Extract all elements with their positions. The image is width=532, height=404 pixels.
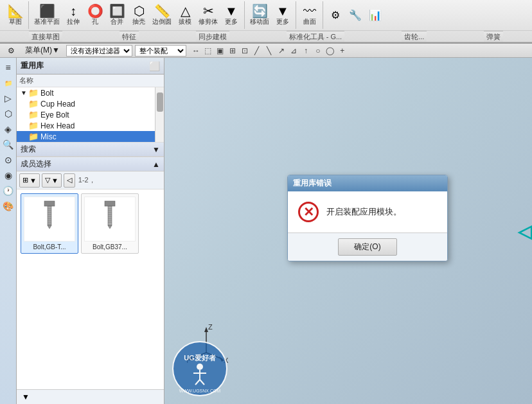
left-icon-4[interactable]: ⬡ [1,107,15,121]
view-btn4[interactable]: ╲ [263,45,275,57]
filter-btn[interactable]: ▽ ▼ [42,173,62,188]
tool2-button[interactable]: 🔧 [346,10,364,21]
dialog-ok-button[interactable]: 确定(O) [338,238,396,256]
view-btn6[interactable]: ⊿ [288,45,299,57]
gear-icon: ⚙ [331,10,340,21]
unite-button[interactable]: 🔲 合并 [107,3,127,28]
zoom-fit-btn[interactable]: ↔ [190,45,202,57]
tree-item-eyebolt[interactable]: 📁 Eye Bolt [17,109,155,120]
menubar: ⚙ 菜单(M)▼ 没有选择过滤器 整个装配 ↔ ⬚ ▣ ⊞ ⊡ ╱ ╲ ↗ ⊿ … [0,44,532,58]
section-names-row: 直接草图 特征 同步建模 标准化工具 - G... 齿轮... 弹簧 [0,31,532,42]
left-icon-2[interactable]: 📁 [1,76,15,90]
left-icon-6[interactable]: 🔍 [1,137,15,152]
edge-blend-button[interactable]: 📏 边倒圆 [150,3,173,28]
eyebolt-folder-icon: 📁 [28,110,39,119]
move-face-label: 移动面 [250,17,269,26]
gear-button[interactable]: ⚙ [326,10,344,21]
member-name-1: Bolt,GB-T... [33,243,66,250]
member-name-2: Bolt,GB37... [93,243,127,250]
dialog-error-icon: ✕ [298,202,319,222]
bottom-toolbar: ▼ [17,390,164,404]
move-face-button[interactable]: 🔄 移动面 [248,3,271,28]
sync-modeling-section: 🔄 移动面 ▼ 更多 [245,1,296,29]
left-icon-1[interactable]: ≡ [1,60,15,75]
left-icon-8[interactable]: ◉ [1,168,15,182]
tool3-icon: 📊 [369,10,382,21]
hole-button[interactable]: ⭕ 孔 [85,3,105,28]
svg-rect-1 [48,206,51,225]
tree-item-cuphead[interactable]: 📁 Cup Head [17,98,155,109]
more-sync-label: 更多 [276,17,289,26]
member-range-label: 1-2， [78,175,96,185]
datum-plane-label: 基准平面 [34,17,60,26]
viewport[interactable]: Z X Y ◁ 重用库错误 ✕ 开启装配应用模块。 [164,58,532,404]
section-name-sketch: 直接草图 [29,31,62,42]
settings-icon-btn[interactable]: ⚙ [3,44,20,57]
member-item-1[interactable]: Bolt,GB-T... [21,193,78,254]
more-feature-button[interactable]: ▼ 更多 [221,3,242,28]
view-btn8[interactable]: ○ [312,45,324,57]
left-icon-7[interactable]: ⊙ [1,153,15,167]
view-btn3[interactable]: ╱ [251,45,263,57]
menu-button[interactable]: 菜单(M)▼ [20,44,65,57]
left-icon-10[interactable]: 🎨 [1,199,15,213]
bolt-expand-icon: ▼ [21,89,27,96]
view-btn5[interactable]: ↗ [276,45,287,57]
trim-body-button[interactable]: ✂ 修剪体 [197,3,220,28]
sketch-icon: 📐 [8,4,24,17]
bolt-folder-icon: 📁 [28,88,39,98]
view-btn7[interactable]: ↑ [300,45,312,57]
panel-restore-btn[interactable]: ⬜ [149,61,160,71]
surface-button[interactable]: 〰 曲面 [299,3,320,28]
svg-rect-0 [44,201,55,206]
more-sync-button[interactable]: ▼ 更多 [272,3,293,28]
view-mode-btn[interactable]: ⊞ ▼ [19,173,40,188]
shell-button[interactable]: ⬡ 抽壳 [129,3,149,28]
filter-select[interactable]: 没有选择过滤器 [66,45,132,57]
search-section-header[interactable]: 搜索 ▼ [17,143,164,157]
tool3-button[interactable]: 📊 [366,10,384,21]
section-name-feature: 特征 [120,31,139,42]
member-item-2[interactable]: Bolt,GB37... [81,193,139,254]
extrude-button[interactable]: ↕ 拉伸 [63,3,84,28]
left-icon-9[interactable]: 🕐 [1,184,15,198]
view-btn10[interactable]: + [337,45,348,57]
tree-item-misc[interactable]: 📁 Misc [17,131,155,142]
misc-folder-icon: 📁 [28,132,39,141]
search-label: 搜索 [21,144,36,155]
draft-button[interactable]: △ 拔模 [175,3,195,28]
hexhead-label: Hex Head [40,121,75,130]
bottom-icon-btn[interactable]: ▼ [19,391,32,403]
left-icon-3[interactable]: ▷ [1,91,15,105]
tree-item-hexhead[interactable]: 📁 Hex Head [17,120,155,131]
more-feature-icon: ▼ [225,4,238,17]
left-icon-5[interactable]: ◈ [1,122,15,136]
reuse-panel-title: 重用库 [21,60,44,71]
sketch-button[interactable]: 📐 草图 [5,3,26,28]
trim-body-label: 修剪体 [199,17,218,26]
view-btn1[interactable]: ⬚ [202,45,214,57]
extrude-icon: ↕ [70,4,76,17]
view-btn2[interactable]: ▣ [215,45,226,57]
snap-btn[interactable]: ⊞ [227,45,238,57]
datum-plane-button[interactable]: ⬛ 基准平面 [32,3,62,28]
member-section-label: 成员选择 [21,159,51,170]
hole-label: 孔 [92,17,98,26]
svg-text:UG爱好者: UG爱好者 [184,354,217,362]
svg-marker-11 [48,225,51,229]
assembly-select[interactable]: 整个装配 [135,45,186,57]
tree-item-bolt[interactable]: ▼ 📁 Bolt [17,87,155,98]
search-section: 搜索 ▼ [17,143,164,157]
tree-scrollbar[interactable] [155,87,164,142]
tree-label: 名称 [17,75,164,87]
section-name-sync: 同步建模 [196,31,229,42]
nav-btn[interactable]: ◁ [64,173,75,188]
tree-scrollbar-thumb[interactable] [157,92,163,112]
view-btn9[interactable]: ◯ [324,45,336,57]
dialog-footer: 确定(O) [288,233,447,261]
member-toolbar: ⊞ ▼ ▽ ▼ ◁ 1-2， [17,171,164,189]
snap-btn2[interactable]: ⊡ [239,45,251,57]
left-icon-bar: ≡ 📁 ▷ ⬡ ◈ 🔍 ⊙ ◉ 🕐 🎨 [0,58,17,404]
section-name-spring: 弹簧 [484,31,503,42]
member-section-header[interactable]: 成员选择 ▲ [17,157,164,171]
